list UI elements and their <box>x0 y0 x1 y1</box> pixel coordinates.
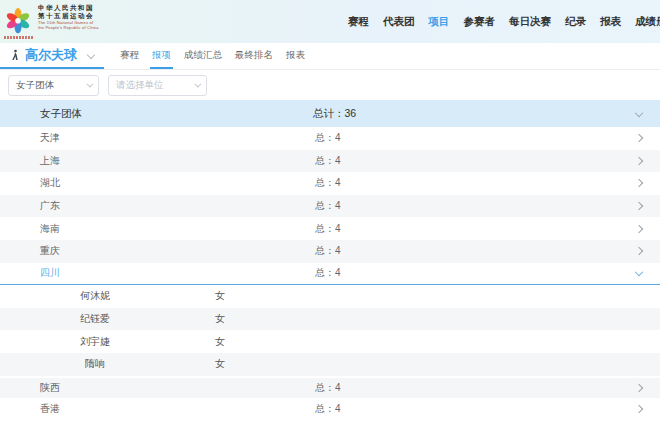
games-emblem-icon <box>4 6 32 34</box>
team-row-hainan[interactable]: 海南总：4 <box>0 217 660 240</box>
unit-select-placeholder: 请选择单位 <box>116 79 164 92</box>
team-total: 总：4 <box>315 131 341 145</box>
team-row-hubei[interactable]: 湖北总：4 <box>0 172 660 195</box>
sport-subnav: 高尔夫球 赛程报项成绩汇总最终排名报表 <box>0 43 660 70</box>
nav-item-records[interactable]: 纪录 <box>565 15 586 29</box>
team-total: 总：4 <box>315 154 341 168</box>
tab-entries[interactable]: 报项 <box>150 43 173 69</box>
team-row-hongkong[interactable]: 香港总：4 <box>0 398 660 421</box>
player-row-liu-yujie[interactable]: 刘宇婕女 <box>0 330 660 353</box>
team-name: 广东 <box>40 199 60 213</box>
team-row-chongqing[interactable]: 重庆总：4 <box>0 240 660 263</box>
team-row-shaanxi[interactable]: 陕西总：4 <box>0 376 660 399</box>
team-total: 总：4 <box>315 244 341 258</box>
team-total: 总：4 <box>315 199 341 213</box>
team-list: 天津总：4上海总：4湖北总：4广东总：4海南总：4重庆总：4四川总：4何沐妮女纪… <box>0 127 660 421</box>
group-title: 女子团体 <box>40 107 82 121</box>
player-gender: 女 <box>215 335 225 349</box>
logo-title-line2: 第十五届运动会 <box>38 12 99 20</box>
event-select[interactable]: 女子团体 <box>8 75 99 96</box>
team-row-sichuan[interactable]: 四川总：4 <box>0 263 660 286</box>
tab-score-summary[interactable]: 成绩汇总 <box>182 43 224 69</box>
games-logo: 中华人民共和国 第十五届运动会 The 15th National Games … <box>4 4 99 34</box>
player-row-ji-yuai[interactable]: 纪钰爱女 <box>0 308 660 331</box>
nav-item-daily-finals[interactable]: 每日决赛 <box>509 15 551 29</box>
nav-item-delegations[interactable]: 代表团 <box>383 15 415 29</box>
tab-final-ranking[interactable]: 最终排名 <box>233 43 275 69</box>
team-row-guangdong[interactable]: 广东总：4 <box>0 195 660 218</box>
logo-title-line1: 中华人民共和国 <box>38 4 99 12</box>
team-name: 香港 <box>40 402 60 416</box>
player-name: 刘宇婕 <box>40 335 150 349</box>
chevron-right-icon[interactable] <box>635 384 643 392</box>
team-row-shanghai[interactable]: 上海总：4 <box>0 150 660 173</box>
team-total: 总：4 <box>315 266 341 280</box>
event-select-value: 女子团体 <box>16 79 54 92</box>
team-total: 总：4 <box>315 402 341 416</box>
chevron-down-icon <box>86 80 93 87</box>
chevron-down-icon[interactable] <box>87 51 95 59</box>
player-name: 隋响 <box>40 357 150 371</box>
logo-subtitle-line2: the People's Republic of China <box>38 25 99 30</box>
team-name: 湖北 <box>40 176 60 190</box>
sport-tabs: 赛程报项成绩汇总最终排名报表 <box>118 43 307 69</box>
chevron-down-icon[interactable] <box>635 108 643 116</box>
filter-bar: 女子团体 请选择单位 <box>0 70 660 100</box>
team-name: 海南 <box>40 222 60 236</box>
chevron-right-icon[interactable] <box>635 179 643 187</box>
team-total: 总：4 <box>315 222 341 236</box>
chevron-right-icon[interactable] <box>635 405 643 413</box>
chevron-right-icon[interactable] <box>635 247 643 255</box>
nav-item-schedule[interactable]: 赛程 <box>348 15 369 29</box>
sport-selector[interactable]: 高尔夫球 <box>0 43 104 69</box>
nav-item-sports[interactable]: 项目 <box>429 15 450 29</box>
team-name: 陕西 <box>40 381 60 395</box>
team-row-tianjin[interactable]: 天津总：4 <box>0 127 660 150</box>
chevron-down-icon[interactable] <box>635 268 643 276</box>
group-total: 总计：36 <box>313 107 356 121</box>
player-gender: 女 <box>215 289 225 303</box>
team-name: 天津 <box>40 131 60 145</box>
unit-select[interactable]: 请选择单位 <box>108 75 207 96</box>
team-total: 总：4 <box>315 176 341 190</box>
nav-item-reports[interactable]: 报表 <box>600 15 621 29</box>
chevron-right-icon[interactable] <box>635 202 643 210</box>
top-header: 中华人民共和国 第十五届运动会 The 15th National Games … <box>0 0 660 43</box>
nav-item-athletes[interactable]: 参赛者 <box>464 15 496 29</box>
sport-title: 高尔夫球 <box>25 46 77 64</box>
chevron-right-icon[interactable] <box>635 157 643 165</box>
chevron-down-icon <box>194 80 201 87</box>
team-name: 重庆 <box>40 244 60 258</box>
player-gender: 女 <box>215 357 225 371</box>
player-name: 何沐妮 <box>40 289 150 303</box>
team-name: 四川 <box>40 266 60 280</box>
nav-item-results-book[interactable]: 成绩册 <box>635 15 660 29</box>
tab-reports[interactable]: 报表 <box>284 43 307 69</box>
player-name: 纪钰爱 <box>40 312 150 326</box>
group-header[interactable]: 女子团体 总计：36 <box>0 100 660 127</box>
chevron-right-icon[interactable] <box>635 224 643 232</box>
golfer-icon <box>8 49 20 61</box>
tab-schedule[interactable]: 赛程 <box>118 43 141 69</box>
logo-red-stamp <box>4 36 34 39</box>
player-row-he-muni[interactable]: 何沐妮女 <box>0 285 660 308</box>
top-nav: 赛程代表团项目参赛者每日决赛纪录报表成绩册 <box>348 0 660 43</box>
logo-text: 中华人民共和国 第十五届运动会 The 15th National Games … <box>38 4 99 31</box>
team-name: 上海 <box>40 154 60 168</box>
chevron-right-icon[interactable] <box>635 134 643 142</box>
player-row-sui-xiang[interactable]: 隋响女 <box>0 353 660 376</box>
player-gender: 女 <box>215 312 225 326</box>
team-total: 总：4 <box>315 381 341 395</box>
